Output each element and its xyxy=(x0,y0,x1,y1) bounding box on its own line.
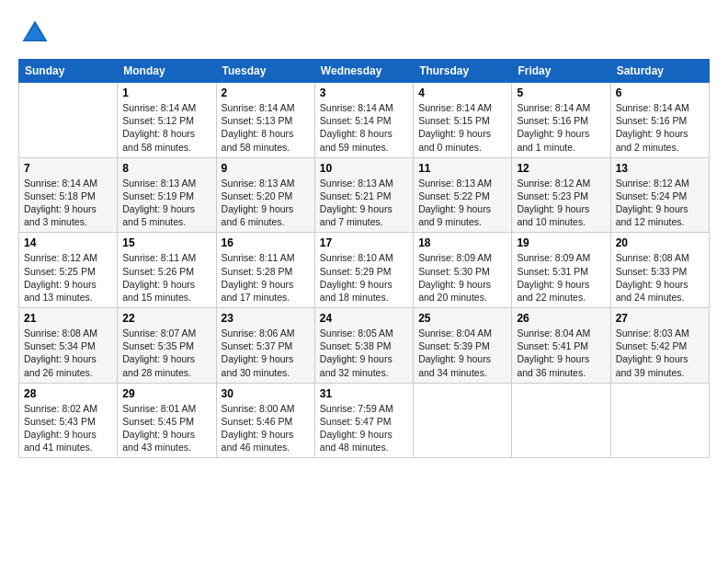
day-number: 12 xyxy=(517,162,605,175)
weekday-header-monday: Monday xyxy=(118,60,216,83)
day-info: Sunrise: 8:14 AM Sunset: 5:16 PM Dayligh… xyxy=(616,101,704,154)
day-info: Sunrise: 8:14 AM Sunset: 5:18 PM Dayligh… xyxy=(24,177,112,229)
day-number: 21 xyxy=(24,312,112,325)
day-number: 31 xyxy=(320,387,408,400)
day-number: 29 xyxy=(122,387,210,400)
day-info: Sunrise: 8:09 AM Sunset: 5:30 PM Dayligh… xyxy=(418,251,506,304)
day-number: 4 xyxy=(418,86,506,99)
day-cell: 3Sunrise: 8:14 AM Sunset: 5:14 PM Daylig… xyxy=(314,83,413,158)
day-cell xyxy=(512,383,610,458)
day-number: 11 xyxy=(418,162,506,175)
day-cell xyxy=(19,83,118,158)
day-info: Sunrise: 8:12 AM Sunset: 5:25 PM Dayligh… xyxy=(24,251,112,304)
day-cell: 23Sunrise: 8:06 AM Sunset: 5:37 PM Dayli… xyxy=(216,308,314,384)
day-info: Sunrise: 8:12 AM Sunset: 5:23 PM Dayligh… xyxy=(517,177,605,229)
day-cell: 22Sunrise: 8:07 AM Sunset: 5:35 PM Dayli… xyxy=(118,308,216,384)
day-number: 25 xyxy=(418,312,506,325)
day-cell: 26Sunrise: 8:04 AM Sunset: 5:41 PM Dayli… xyxy=(512,308,610,384)
day-info: Sunrise: 8:14 AM Sunset: 5:12 PM Dayligh… xyxy=(122,101,210,154)
day-info: Sunrise: 8:08 AM Sunset: 5:34 PM Dayligh… xyxy=(24,327,112,379)
day-cell: 8Sunrise: 8:13 AM Sunset: 5:19 PM Daylig… xyxy=(118,157,216,233)
header xyxy=(18,17,710,50)
day-number: 7 xyxy=(24,162,112,175)
day-cell: 12Sunrise: 8:12 AM Sunset: 5:23 PM Dayli… xyxy=(512,157,610,233)
day-number: 16 xyxy=(222,236,310,249)
day-cell: 20Sunrise: 8:08 AM Sunset: 5:33 PM Dayli… xyxy=(610,233,709,308)
day-info: Sunrise: 8:13 AM Sunset: 5:21 PM Dayligh… xyxy=(320,177,408,229)
day-info: Sunrise: 8:11 AM Sunset: 5:26 PM Dayligh… xyxy=(122,251,210,304)
day-cell: 4Sunrise: 8:14 AM Sunset: 5:15 PM Daylig… xyxy=(414,83,512,158)
day-number: 24 xyxy=(320,312,408,325)
day-info: Sunrise: 8:04 AM Sunset: 5:39 PM Dayligh… xyxy=(418,327,506,379)
day-number: 9 xyxy=(222,162,310,175)
day-cell: 5Sunrise: 8:14 AM Sunset: 5:16 PM Daylig… xyxy=(512,83,610,158)
day-number: 26 xyxy=(517,312,605,325)
day-cell: 14Sunrise: 8:12 AM Sunset: 5:25 PM Dayli… xyxy=(19,233,118,308)
day-cell: 1Sunrise: 8:14 AM Sunset: 5:12 PM Daylig… xyxy=(118,83,216,158)
day-info: Sunrise: 8:08 AM Sunset: 5:33 PM Dayligh… xyxy=(616,251,704,304)
logo xyxy=(18,17,55,50)
day-cell: 21Sunrise: 8:08 AM Sunset: 5:34 PM Dayli… xyxy=(19,308,118,384)
day-cell: 2Sunrise: 8:14 AM Sunset: 5:13 PM Daylig… xyxy=(216,83,314,158)
day-number: 18 xyxy=(418,236,506,249)
day-info: Sunrise: 7:59 AM Sunset: 5:47 PM Dayligh… xyxy=(320,402,408,454)
day-info: Sunrise: 8:02 AM Sunset: 5:43 PM Dayligh… xyxy=(24,402,112,454)
day-info: Sunrise: 8:05 AM Sunset: 5:38 PM Dayligh… xyxy=(320,327,408,379)
day-number: 28 xyxy=(24,387,112,400)
day-info: Sunrise: 8:04 AM Sunset: 5:41 PM Dayligh… xyxy=(517,327,605,379)
day-info: Sunrise: 8:13 AM Sunset: 5:19 PM Dayligh… xyxy=(122,177,210,229)
day-cell: 25Sunrise: 8:04 AM Sunset: 5:39 PM Dayli… xyxy=(414,308,512,384)
day-number: 15 xyxy=(122,236,210,249)
day-number: 8 xyxy=(122,162,210,175)
day-cell xyxy=(610,383,709,458)
day-info: Sunrise: 8:14 AM Sunset: 5:13 PM Dayligh… xyxy=(222,101,310,154)
weekday-header-friday: Friday xyxy=(512,60,610,83)
day-number: 6 xyxy=(616,86,704,99)
day-cell: 24Sunrise: 8:05 AM Sunset: 5:38 PM Dayli… xyxy=(314,308,413,384)
day-info: Sunrise: 8:14 AM Sunset: 5:14 PM Dayligh… xyxy=(320,101,408,154)
day-number: 10 xyxy=(320,162,408,175)
day-cell: 13Sunrise: 8:12 AM Sunset: 5:24 PM Dayli… xyxy=(610,157,709,233)
day-info: Sunrise: 8:10 AM Sunset: 5:29 PM Dayligh… xyxy=(320,251,408,304)
week-row-4: 28Sunrise: 8:02 AM Sunset: 5:43 PM Dayli… xyxy=(19,383,710,458)
weekday-header-wednesday: Wednesday xyxy=(314,60,413,83)
day-number: 17 xyxy=(320,236,408,249)
day-cell: 30Sunrise: 8:00 AM Sunset: 5:46 PM Dayli… xyxy=(216,383,314,458)
day-info: Sunrise: 8:13 AM Sunset: 5:22 PM Dayligh… xyxy=(418,177,506,229)
week-row-1: 7Sunrise: 8:14 AM Sunset: 5:18 PM Daylig… xyxy=(19,157,710,233)
day-info: Sunrise: 8:06 AM Sunset: 5:37 PM Dayligh… xyxy=(222,327,310,379)
day-info: Sunrise: 8:14 AM Sunset: 5:15 PM Dayligh… xyxy=(418,101,506,154)
day-cell: 17Sunrise: 8:10 AM Sunset: 5:29 PM Dayli… xyxy=(314,233,413,308)
day-number: 19 xyxy=(517,236,605,249)
week-row-0: 1Sunrise: 8:14 AM Sunset: 5:12 PM Daylig… xyxy=(19,83,710,158)
day-info: Sunrise: 8:11 AM Sunset: 5:28 PM Dayligh… xyxy=(222,251,310,304)
weekday-header-tuesday: Tuesday xyxy=(216,60,314,83)
day-info: Sunrise: 8:14 AM Sunset: 5:16 PM Dayligh… xyxy=(517,101,605,154)
weekday-header-row: SundayMondayTuesdayWednesdayThursdayFrid… xyxy=(19,60,710,83)
day-cell: 15Sunrise: 8:11 AM Sunset: 5:26 PM Dayli… xyxy=(118,233,216,308)
day-number: 2 xyxy=(222,86,310,99)
day-cell: 18Sunrise: 8:09 AM Sunset: 5:30 PM Dayli… xyxy=(414,233,512,308)
day-cell: 9Sunrise: 8:13 AM Sunset: 5:20 PM Daylig… xyxy=(216,157,314,233)
day-info: Sunrise: 8:13 AM Sunset: 5:20 PM Dayligh… xyxy=(222,177,310,229)
day-number: 14 xyxy=(24,236,112,249)
day-info: Sunrise: 8:09 AM Sunset: 5:31 PM Dayligh… xyxy=(517,251,605,304)
weekday-header-sunday: Sunday xyxy=(19,60,118,83)
day-number: 3 xyxy=(320,86,408,99)
day-info: Sunrise: 8:01 AM Sunset: 5:45 PM Dayligh… xyxy=(122,402,210,454)
day-cell: 10Sunrise: 8:13 AM Sunset: 5:21 PM Dayli… xyxy=(314,157,413,233)
day-number: 22 xyxy=(122,312,210,325)
calendar-table: SundayMondayTuesdayWednesdayThursdayFrid… xyxy=(18,59,710,458)
day-number: 13 xyxy=(616,162,704,175)
day-number: 20 xyxy=(616,236,704,249)
day-cell: 29Sunrise: 8:01 AM Sunset: 5:45 PM Dayli… xyxy=(118,383,216,458)
day-info: Sunrise: 8:03 AM Sunset: 5:42 PM Dayligh… xyxy=(616,327,704,379)
weekday-header-saturday: Saturday xyxy=(610,60,709,83)
day-number: 1 xyxy=(122,86,210,99)
day-cell: 16Sunrise: 8:11 AM Sunset: 5:28 PM Dayli… xyxy=(216,233,314,308)
day-cell: 28Sunrise: 8:02 AM Sunset: 5:43 PM Dayli… xyxy=(19,383,118,458)
day-number: 30 xyxy=(222,387,310,400)
page: SundayMondayTuesdayWednesdayThursdayFrid… xyxy=(0,0,728,563)
day-cell: 6Sunrise: 8:14 AM Sunset: 5:16 PM Daylig… xyxy=(610,83,709,158)
day-cell: 7Sunrise: 8:14 AM Sunset: 5:18 PM Daylig… xyxy=(19,157,118,233)
